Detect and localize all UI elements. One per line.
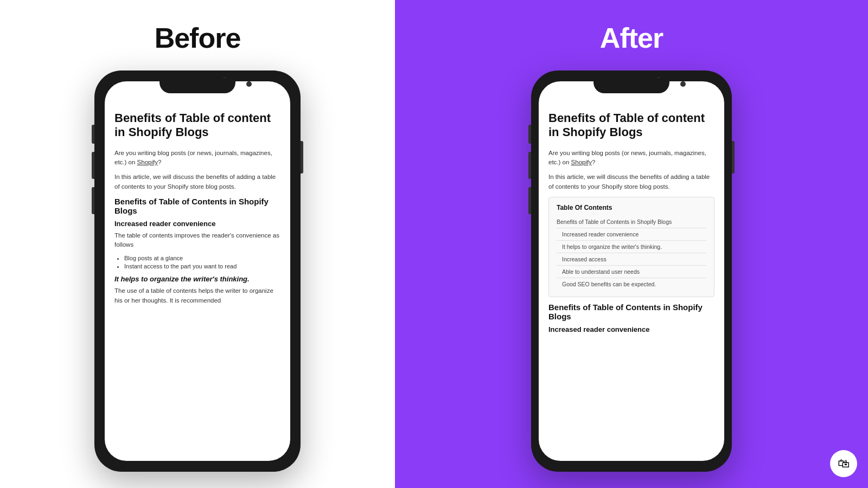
toc-link-6[interactable]: Good SEO benefits can be expected. <box>557 278 706 290</box>
after-side-button-left-1 <box>528 125 531 144</box>
after-notch-camera <box>656 77 661 81</box>
after-phone: Benefits of Table of content in Shopify … <box>531 70 732 472</box>
shopify-link-before[interactable]: Shopify <box>137 159 158 165</box>
before-section3-text: The use of a table of contents helps the… <box>114 286 280 305</box>
before-title: Before <box>155 22 241 54</box>
after-heading: Benefits of Table of content in Shopify … <box>548 111 714 140</box>
before-section3: It helps to organize the writer's thinki… <box>114 275 280 283</box>
after-section1: Benefits of Table of Contents in Shopify… <box>548 303 714 321</box>
after-section2: Increased reader convenience <box>548 325 714 333</box>
toc-link-5[interactable]: Able to understand user needs <box>557 266 706 278</box>
after-side-button-left-2 <box>528 152 531 179</box>
before-heading: Benefits of Table of content in Shopify … <box>114 111 280 140</box>
after-side-button-left-3 <box>528 187 531 214</box>
before-screen: Benefits of Table of content in Shopify … <box>105 81 290 461</box>
after-side-button-right <box>732 141 735 174</box>
after-screen: Benefits of Table of content in Shopify … <box>539 81 724 461</box>
before-bullet-1: Blog posts at a glance <box>124 255 280 261</box>
side-button-left-3 <box>92 187 94 214</box>
side-button-left-2 <box>92 152 94 179</box>
before-bullet-2: Instant access to the part you want to r… <box>124 263 280 269</box>
notch-bar <box>165 78 230 82</box>
before-section2-text: The table of contents improves the reade… <box>114 231 280 250</box>
before-section2: Increased reader convenience <box>114 220 280 228</box>
before-section1: Benefits of Table of Contents in Shopify… <box>114 197 280 215</box>
notch-camera <box>222 77 227 81</box>
side-button-right <box>301 141 303 174</box>
shopify-link-after[interactable]: Shopify <box>571 159 592 165</box>
side-button-left-1 <box>92 125 94 144</box>
before-bullet-list: Blog posts at a glance Instant access to… <box>114 255 280 269</box>
shopify-icon: 🛍 <box>830 450 857 477</box>
after-notch-bar <box>599 78 664 82</box>
toc-link-1[interactable]: Benefits of Table of Contents in Shopify… <box>557 216 706 228</box>
after-intro1: Are you writing blog posts (or news, jou… <box>548 149 714 168</box>
before-intro2: In this article, we will discuss the ben… <box>114 172 280 191</box>
before-phone: Benefits of Table of content in Shopify … <box>94 70 301 472</box>
toc-box: Table Of Contents Benefits of Table of C… <box>548 197 714 297</box>
before-screen-content: Benefits of Table of content in Shopify … <box>105 81 290 461</box>
after-intro2: In this article, we will discuss the ben… <box>548 172 714 191</box>
left-panel: Before Benefits of Table of content in S… <box>0 0 395 488</box>
toc-link-4[interactable]: Increased access <box>557 253 706 266</box>
toc-link-2[interactable]: Increased reader convenience <box>557 228 706 241</box>
toc-title: Table Of Contents <box>557 204 706 211</box>
after-title: After <box>600 22 663 54</box>
right-panel: After Benefits of Table of content in Sh… <box>395 0 868 488</box>
before-intro1: Are you writing blog posts (or news, jou… <box>114 149 280 168</box>
shopify-icon-glyph: 🛍 <box>838 457 850 471</box>
after-screen-content: Benefits of Table of content in Shopify … <box>539 81 724 461</box>
toc-link-3[interactable]: It helps to organize the writer's thinki… <box>557 241 706 253</box>
